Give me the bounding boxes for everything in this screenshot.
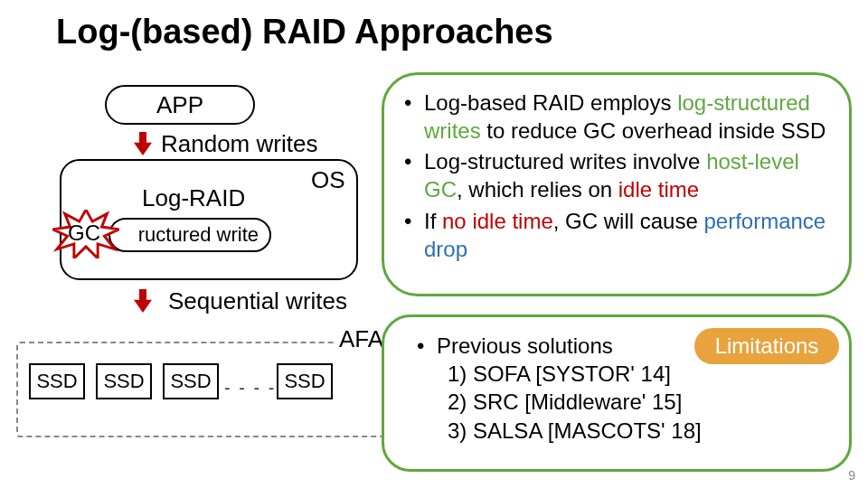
app-box: APP	[105, 85, 255, 125]
description-bubble: Log-based RAID employs log-structured wr…	[382, 72, 852, 296]
arrow-down-icon	[134, 132, 152, 155]
slide: Log-(based) RAID Approaches APP Random w…	[0, 0, 868, 488]
page-number: 9	[848, 468, 855, 483]
ssd-box: SSD	[163, 363, 219, 399]
bullet-item: If no idle time, GC will cause performan…	[404, 208, 833, 263]
arrow-down-icon	[134, 289, 152, 313]
sequential-writes-label: Sequential writes	[168, 287, 347, 315]
gc-label: GC	[68, 221, 100, 246]
limitations-badge: Limitations	[694, 328, 839, 364]
bullet-item: Log-structured writes involve host-level…	[404, 148, 833, 203]
solution-item: 2) SRC [Middleware' 15]	[417, 388, 831, 416]
ssd-box: SSD	[96, 363, 152, 399]
bullet-item: Log-based RAID employs log-structured wr…	[404, 89, 833, 145]
structured-write-box: ructured write	[108, 218, 271, 252]
ssd-box: SSD	[29, 363, 85, 399]
ellipsis-icon: - - - -	[224, 378, 276, 399]
ssd-box: SSD	[277, 363, 333, 399]
os-label: OS	[311, 166, 345, 194]
solution-item: 3) SALSA [MASCOTS' 18]	[417, 417, 831, 445]
random-writes-label: Random writes	[161, 130, 317, 158]
log-raid-label: Log-RAID	[142, 184, 245, 212]
slide-title: Log-(based) RAID Approaches	[56, 13, 553, 52]
afa-label: AFA	[335, 325, 387, 353]
